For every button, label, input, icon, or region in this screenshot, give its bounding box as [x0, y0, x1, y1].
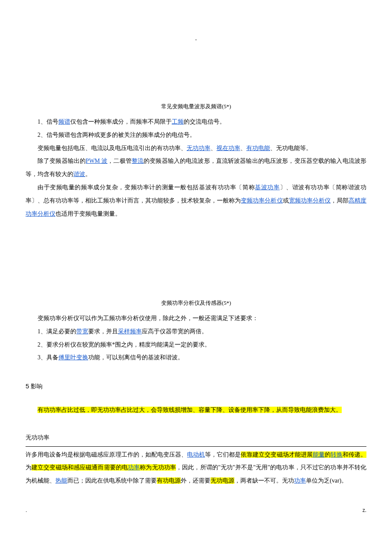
top-mark: - [26, 34, 366, 45]
text: 单位为乏(var)。 [306, 477, 347, 484]
text: 称为无功功率 [140, 464, 176, 471]
text: 、无功电能等。 [270, 145, 312, 151]
link-power-freq[interactable]: 工频 [172, 119, 184, 125]
link-sample-rate[interactable]: 采样频率 [118, 328, 142, 335]
para-2: 2、信号频谱包含两种或更多的被关注的频率成分的电信号。 [26, 129, 366, 142]
figure-1-caption: 常见变频电量波形及频谱(5*) [26, 101, 366, 113]
text: 除了变频器输出的 [37, 158, 86, 164]
link-pwm[interactable]: PWM 波 [86, 158, 107, 164]
figure-2-caption: 变频功率分析仪及传感器(5*) [26, 297, 366, 309]
link-fourier[interactable]: 傅里叶变换 [58, 354, 88, 361]
text: 1、信号 [37, 119, 58, 125]
text: 的 [325, 451, 331, 458]
link-power[interactable]: 功率 [128, 464, 140, 471]
highlight-text: 依靠建立交变磁场才能进展能量的转换和传递。 [241, 451, 366, 458]
text: 许多用电设备均是根据电磁感应原理工作的，如配电变压器、 [26, 451, 187, 458]
link-energy[interactable]: 能量 [313, 451, 325, 458]
divider [26, 446, 366, 447]
text: 仅包含一种频率成分，而频率不局限于 [70, 119, 172, 125]
text: 3、具备 [37, 354, 58, 361]
text: 功能，可以别离信号的基波和谐波。 [88, 354, 184, 361]
link-heat[interactable]: 热能 [55, 477, 67, 484]
text: 1、满足必要的 [37, 328, 76, 335]
reactive-para: 许多用电设备均是根据电磁感应原理工作的，如配电变压器、电动机等，它们都是依靠建立… [26, 448, 366, 488]
link-active-energy[interactable]: 有功电能 [246, 145, 270, 151]
footer: . z. [26, 505, 366, 516]
highlight-text: 无功电源 [210, 477, 234, 484]
text: 。 [85, 171, 91, 177]
link-power2[interactable]: 功率 [294, 477, 306, 484]
text: 应高于仪器带宽的两倍。 [142, 328, 208, 335]
text: 变频电量包括电压、电流以及电压电流引出的有功功率、 [37, 145, 187, 151]
link-bandwidth[interactable]: 带宽 [76, 328, 88, 335]
para-1: 1、信号频谱仅包含一种频率成分，而频率不局限于工频的交流电信号。 [26, 116, 366, 129]
para-5: 由于变频电量的频率成分复杂，变频功率计的测量一般包括基波有功功率〔简称基波功率〕… [26, 181, 366, 220]
section-title: 影响 [31, 383, 43, 390]
text: 等，它们都是 [205, 451, 241, 458]
text: 为 [26, 464, 32, 471]
text: ，二极管 [107, 158, 132, 164]
highlight-text: 建立交变磁场和感应磁通而需要的电功率称为无功功率 [32, 464, 176, 471]
link-apparent-power[interactable]: 视在功率 [216, 145, 240, 151]
para-3: 变频电量包括电压、电流以及电压电流引出的有功功率、无功功率、视在功率、有功电能、… [26, 142, 366, 155]
highlight-text: 有功电源 [157, 477, 181, 484]
text: 、 [240, 145, 246, 151]
text: 外，还需要 [181, 477, 210, 484]
section-number: 5 [26, 382, 29, 390]
link-reactive-power[interactable]: 无功功率 [187, 145, 210, 151]
text: ，两者缺一不可。无功 [234, 477, 294, 484]
link-fundamental-power[interactable]: 基波功率 [255, 184, 280, 191]
link-vf-analyzer[interactable]: 变频功率分析仪 [241, 197, 282, 204]
spacer [26, 220, 366, 297]
para-4: 除了变频器输出的PWM 波，二极管整流的变频器输入的电流波形，直流斩波器输出的电… [26, 155, 366, 181]
link-harmonic[interactable]: 谐波 [73, 171, 85, 177]
req-2: 2、要求分析仪在较宽的频率*围之内，精度均能满足一定的要求。 [26, 338, 366, 352]
text: 和传递。 [343, 451, 366, 458]
req-3: 3、具备傅里叶变换功能，可以别离信号的基波和谐波。 [26, 351, 366, 364]
impact-para: 有功功率占比过低，即无功功率占比过大，会导致线损增加、容量下降、设备使用率下降，… [26, 404, 366, 417]
footer-left: . [26, 505, 27, 516]
text: 而已；因此在供电系统中除了需要 [67, 477, 157, 484]
text: 由于变频电量的频率成分复杂，变频功率计的测量一般包括基波有功功率〔简称 [37, 184, 255, 191]
text: 、 [210, 145, 216, 151]
section-5-heading: 5 影响 [26, 379, 366, 393]
text: 依靠建立交变磁场才能进展 [241, 451, 312, 458]
text: 建立交变磁场和感应磁通而需要的电 [32, 464, 128, 471]
link-rectify[interactable]: 整流 [132, 158, 144, 164]
text: 要求，并且 [88, 328, 118, 335]
link-wide-analyzer[interactable]: 宽频功率分析仪 [289, 197, 331, 204]
text: 或 [283, 197, 289, 204]
text: 也适用于变频电量测量。 [55, 211, 121, 217]
link-spectrum[interactable]: 频谱 [58, 119, 70, 125]
link-convert[interactable]: 转换 [331, 451, 343, 458]
text: 的交流电信号。 [184, 119, 225, 125]
link-motor[interactable]: 电动机 [187, 451, 205, 458]
footer-right: z. [363, 505, 366, 516]
req-intro: 变频功率分析仪可以作为工频功率分析仪使用，除此之外，一般还需满足下述要求： [26, 312, 366, 325]
highlight-text: 有功功率占比过低，即无功功率占比过大，会导致线损增加、容量下降、设备使用率下降，… [37, 407, 342, 413]
text: ，局部 [331, 197, 349, 204]
req-1: 1、满足必要的带宽要求，并且采样频率应高于仪器带宽的两倍。 [26, 325, 366, 338]
reactive-heading: 无功功率 [26, 431, 366, 445]
